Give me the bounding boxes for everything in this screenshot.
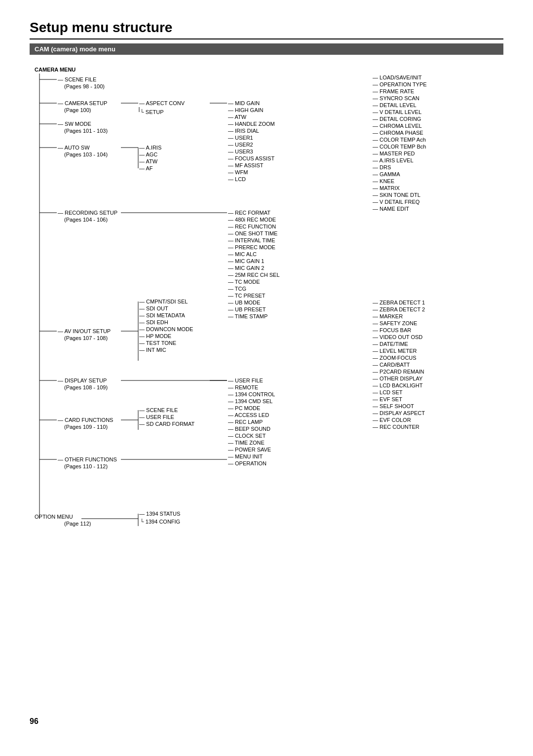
high-gain-label: — HIGH GAIN (228, 107, 264, 113)
color-temp-bch-label: — COLOR TEMP Bch (373, 144, 426, 150)
av-inout-pages: (Pages 107 - 108) (64, 335, 108, 341)
1394-cmd-sel-label: — 1394 CMD SEL (228, 398, 272, 404)
chroma-phase-label: — CHROMA PHASE (373, 130, 423, 136)
mid-gain-label: — MID GAIN (228, 100, 260, 106)
auto-sw-label: — AUTO SW (58, 145, 90, 151)
operation-label: — OPERATION (228, 460, 266, 466)
marker-label: — MARKER (373, 313, 403, 319)
scene-file-label: — SCENE FILE (58, 76, 96, 82)
display-setup-pages: (Pages 108 - 109) (64, 384, 108, 390)
skin-tone-dtl-label: — SKIN TONE DTL (373, 192, 420, 198)
25m-rec-ch-sel-label: — 25M REC CH SEL (228, 272, 280, 278)
camera-setup-label: — CAMERA SETUP (58, 100, 107, 106)
one-shot-time-label: — ONE SHOT TIME (228, 230, 277, 236)
sw-mode-pages: (Pages 101 - 103) (64, 128, 108, 134)
p2card-remain-label: — P2CARD REMAIN (373, 369, 424, 375)
other-functions-label: — OTHER FUNCTIONS (58, 456, 117, 462)
display-aspect-label: — DISPLAY ASPECT (373, 410, 425, 416)
syncro-scan-label: — SYNCRO SCAN (373, 95, 419, 101)
user-file-label: — USER FILE (139, 414, 174, 420)
lcd-label: — LCD (228, 176, 246, 182)
wfm-label: — WFM (228, 169, 248, 175)
aspect-conv-label: — ASPECT CONV (139, 100, 185, 106)
other-display-label: — OTHER DISPLAY (373, 376, 423, 381)
video-out-osd-label: — VIDEO OUT OSD (373, 334, 422, 340)
card-functions-label: — CARD FUNCTIONS (58, 417, 113, 423)
1394-control-label: — 1394 CONTROL (228, 391, 275, 397)
diagram-area: CAMERA MENU — SCENE FILE (Pages 98 - 100… (30, 65, 503, 707)
camera-menu-label: CAMERA MENU (35, 67, 76, 73)
sdi-out-label: — SDI OUT (139, 305, 168, 311)
chroma-level-label: — CHROMA LEVEL (373, 123, 422, 129)
user2-label: — USER2 (228, 142, 253, 148)
master-ped-label: — MASTER PED (373, 151, 415, 156)
time-stamp-label: — TIME STAMP (228, 313, 267, 319)
int-mic-label: — INT MIC (139, 347, 166, 353)
recording-setup-label: — RECORDING SETUP (58, 210, 117, 216)
mf-assist-label: — MF ASSIST (228, 162, 264, 168)
tcg-label: — TCG (228, 286, 246, 292)
zoom-focus-label: — ZOOM·FOCUS (373, 355, 417, 361)
frame-rate-label: — FRAME RATE (373, 88, 414, 94)
knee-label: — KNEE (373, 178, 394, 184)
access-led-label: — ACCESS LED (228, 412, 269, 418)
setup-label: └ SETUP (140, 109, 164, 115)
sdi-edh-label: — SDI EDH (139, 319, 168, 325)
drs-label: — DRS (373, 164, 391, 170)
safety-zone-label: — SAFETY ZONE (373, 320, 417, 326)
self-shoot-label: — SELF SHOOT (373, 403, 414, 409)
level-meter-label: — LEVEL METER (373, 348, 417, 354)
af-label: — AF (139, 165, 153, 171)
mic-gain-2-label: — MIC GAIN 2 (228, 265, 264, 271)
agc-label: — AGC (139, 151, 157, 157)
user3-label: — USER3 (228, 149, 253, 154)
lcd-set-label: — LCD SET (373, 389, 403, 395)
pc-mode-label: — PC MODE (228, 405, 260, 411)
sw-mode-label: — SW MODE (58, 121, 91, 127)
detail-level-label: — DETAIL LEVEL (373, 102, 417, 108)
lcd-backlight-label: — LCD BACKLIGHT (373, 382, 423, 388)
v-detail-freq-label: — V DETAIL FREQ (373, 199, 420, 205)
user1-label: — USER1 (228, 135, 253, 141)
time-zone-label: — TIME ZONE (228, 440, 265, 446)
atw-mid-label: — ATW (228, 114, 247, 120)
ub-preset-label: — UB PRESET (228, 306, 266, 312)
ub-mode-label: — UB MODE (228, 300, 260, 305)
name-edit-label: — NAME EDIT (373, 206, 409, 212)
focus-assist-label: — FOCUS ASSIST (228, 155, 274, 161)
airis-level-label: — A.IRIS LEVEL (373, 157, 414, 163)
scene-file-pages: (Pages 98 - 100) (64, 83, 105, 89)
menu-init-label: — MENU INIT (228, 454, 263, 459)
datetime-label: — DATE/TIME (373, 341, 408, 347)
card-scene-file-label: — SCENE FILE (139, 407, 178, 413)
rec-counter-label: — REC COUNTER (373, 424, 419, 430)
focus-bar-label: — FOCUS BAR (373, 327, 411, 333)
matrix-label: — MATRIX (373, 185, 400, 191)
atw-label: — ATW (139, 158, 158, 164)
color-temp-ach-label: — COLOR TEMP Ach (373, 137, 426, 143)
auto-sw-pages: (Pages 103 - 104) (64, 151, 108, 157)
rec-lamp-label: — REC LAMP (228, 419, 263, 425)
rec-function-label: — REC FUNCTION (228, 224, 276, 229)
hp-mode-label: — HP MODE (139, 333, 171, 339)
handle-zoom-label: — HANDLE ZOOM (228, 121, 275, 127)
menu-diagram: CAMERA MENU — SCENE FILE (Pages 98 - 100… (30, 65, 523, 706)
gamma-label: — GAMMA (373, 171, 400, 177)
sd-card-format-label: — SD CARD FORMAT (139, 421, 195, 427)
card-functions-pages: (Pages 109 - 110) (64, 424, 108, 430)
power-save-label: — POWER SAVE (228, 447, 271, 453)
1394-status-label: — 1394 STATUS (139, 511, 180, 517)
interval-time-label: — INTERVAL TIME (228, 237, 275, 243)
tc-mode-label: — TC MODE (228, 279, 260, 285)
tc-preset-label: — TC PRESET (228, 293, 266, 299)
evf-set-label: — EVF SET (373, 396, 402, 402)
sdi-metadata-label: — SDI METADATA (139, 312, 186, 318)
rec-format-label: — REC FORMAT (228, 210, 270, 216)
iris-dial-label: — IRIS DIAL (228, 128, 259, 134)
evf-color-label: — EVF COLOR (373, 417, 411, 423)
downcon-mode-label: — DOWNCON MODE (139, 326, 193, 332)
airis-label: — A.IRIS (139, 145, 161, 151)
av-inout-setup-label: — AV IN/OUT SETUP (58, 328, 111, 334)
beep-sound-label: — BEEP SOUND (228, 426, 270, 432)
cmpnt-sdi-sel-label: — CMPNT/SDI SEL (139, 299, 188, 304)
